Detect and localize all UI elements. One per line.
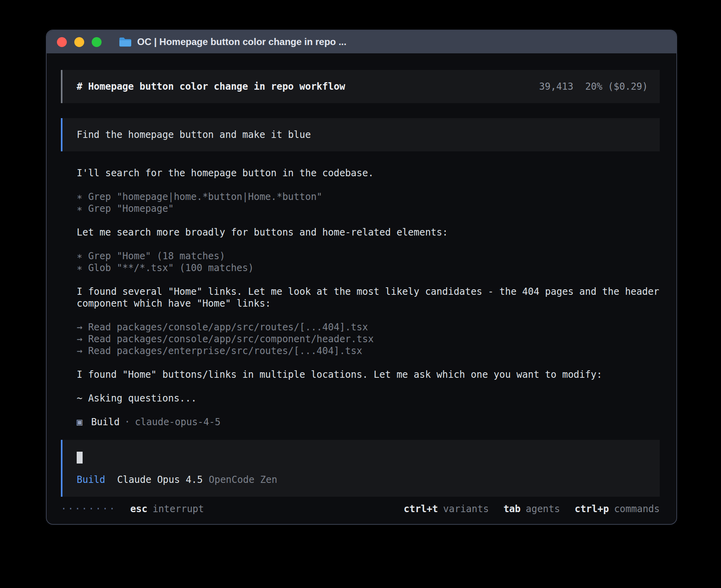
session-stats: 39,41320%($0.29) [539, 81, 648, 92]
esc-key: esc [130, 503, 147, 514]
assistant-paragraph: I'll search for the homepage button in t… [61, 167, 660, 179]
read-call-group: → Read packages/console/app/src/routes/[… [61, 321, 660, 357]
assistant-text: Let me search more broadly for buttons a… [77, 226, 660, 238]
tool-call-group: ∗ Grep "Home" (18 matches) ∗ Glob "**/*.… [61, 250, 660, 274]
assistant-text: I'll search for the homepage button in t… [77, 167, 660, 179]
shortcut-commands: ctrl+pcommands [575, 503, 660, 515]
tool-call-read: → Read packages/enterprise/src/routes/[.… [77, 345, 660, 357]
agent-badge-line: ▣Build·claude-opus-4-5 [61, 416, 660, 428]
input-model-label: Claude Opus 4.5 [117, 474, 203, 486]
tool-call-read: → Read packages/console/app/src/routes/[… [77, 321, 660, 333]
terminal-content: # Homepage button color change in repo w… [47, 53, 676, 515]
spinner-dots: ········ [61, 503, 116, 515]
shortcut-variants: ctrl+tvariants [404, 503, 489, 515]
shortcut-key: ctrl+p [575, 503, 609, 514]
prompt-input-area[interactable]: Build Claude Opus 4.5 OpenCode Zen [61, 440, 660, 497]
shortcut-label: agents [526, 503, 560, 514]
esc-label: interrupt [153, 503, 204, 514]
user-message-card: Find the homepage button and make it blu… [61, 118, 660, 151]
input-provider-label: OpenCode Zen [209, 474, 277, 486]
folder-icon [119, 37, 132, 47]
zoom-button[interactable] [92, 37, 102, 47]
session-header-card: # Homepage button color change in repo w… [61, 70, 660, 103]
tool-call-grep: ∗ Grep "homepage|home.*button|Home.*butt… [77, 191, 660, 203]
tool-call-group: ∗ Grep "homepage|home.*button|Home.*butt… [61, 191, 660, 215]
assistant-paragraph: I found "Home" buttons/links in multiple… [61, 369, 660, 381]
agent-icon: ▣ [77, 416, 82, 428]
assistant-text: I found "Home" buttons/links in multiple… [77, 369, 660, 381]
shortcut-key: ctrl+t [404, 503, 438, 514]
tool-call-grep: ∗ Grep "Homepage" [77, 203, 660, 215]
session-cost: ($0.29) [608, 81, 648, 92]
shortcut-label: variants [443, 503, 489, 514]
context-percent: 20% [585, 81, 602, 92]
input-footer: Build Claude Opus 4.5 OpenCode Zen [77, 474, 648, 486]
tool-call-read: → Read packages/console/app/src/componen… [77, 333, 660, 345]
esc-shortcut: escinterrupt [130, 503, 204, 515]
asking-status-text: ~ Asking questions... [77, 392, 660, 404]
status-bar-right: ctrl+tvariants tabagents ctrl+pcommands [404, 503, 660, 515]
status-bar: ········ escinterrupt ctrl+tvariants tab… [61, 503, 660, 515]
text-cursor [77, 452, 83, 464]
user-message-text: Find the homepage button and make it blu… [77, 129, 311, 140]
window-title: OC | Homepage button color change in rep… [137, 36, 346, 47]
shortcut-agents: tabagents [504, 503, 560, 515]
assistant-paragraph: I found several "Home" links. Let me loo… [61, 286, 660, 309]
agent-name: Build [91, 416, 119, 428]
shortcut-label: commands [614, 503, 660, 514]
tool-call-glob: ∗ Glob "**/*.tsx" (100 matches) [77, 262, 660, 274]
tool-call-grep: ∗ Grep "Home" (18 matches) [77, 250, 660, 262]
terminal-window: OC | Homepage button color change in rep… [46, 30, 677, 525]
close-button[interactable] [57, 37, 67, 47]
status-line-group: ~ Asking questions... [61, 392, 660, 404]
status-bar-left: ········ escinterrupt [61, 503, 204, 515]
agent-model: claude-opus-4-5 [135, 416, 221, 428]
traffic-lights [57, 37, 102, 47]
agent-separator: · [125, 416, 130, 428]
shortcut-key: tab [504, 503, 521, 514]
input-mode-badge[interactable]: Build [77, 474, 105, 486]
titlebar: OC | Homepage button color change in rep… [47, 30, 676, 53]
token-count: 39,413 [539, 81, 574, 92]
assistant-paragraph: Let me search more broadly for buttons a… [61, 226, 660, 238]
assistant-text: I found several "Home" links. Let me loo… [77, 286, 660, 309]
minimize-button[interactable] [74, 37, 84, 47]
session-title: # Homepage button color change in repo w… [77, 81, 345, 92]
